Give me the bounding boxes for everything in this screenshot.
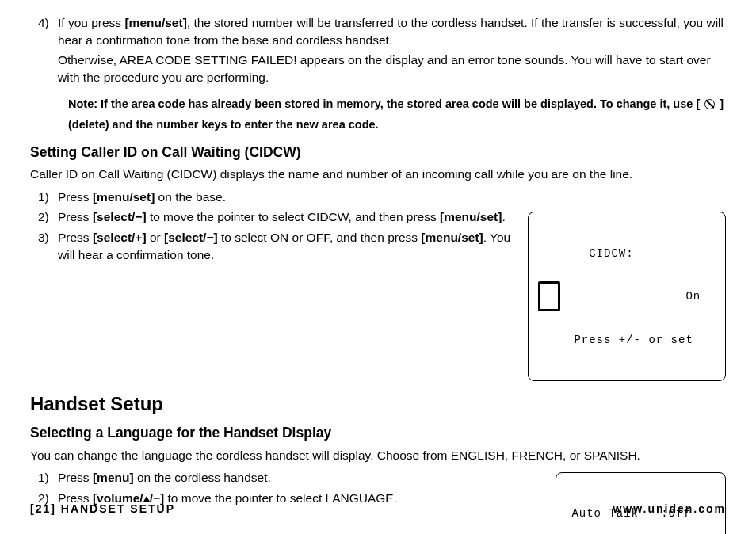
text: or — [147, 231, 164, 244]
step-body: If you press [menu/set], the stored numb… — [58, 14, 726, 87]
heading-handset-setup: Handset Setup — [30, 391, 726, 418]
cidcw-step-3: 3) Press [select/+] or [select/−] to sel… — [38, 229, 518, 265]
cidcw-step-1: 1) Press [menu/set] on the base. — [38, 189, 726, 206]
text: on the base. — [155, 190, 226, 204]
text: If you press — [58, 16, 124, 29]
menu-set-key: [menu/set] — [93, 190, 155, 204]
lcd-cidcw: CIDCW: On Press +/- or set — [528, 212, 726, 381]
step-number: 3) — [38, 229, 58, 265]
menu-set-key: [menu/set] — [124, 16, 186, 29]
note-text: If the area code has already been stored… — [101, 97, 703, 110]
cidcw-intro: Caller ID on Call Waiting (CIDCW) displa… — [30, 166, 726, 183]
step-number: 2) — [38, 208, 58, 226]
lcd-digit-icon — [538, 281, 560, 311]
note-block: Note: If the area code has already been … — [68, 93, 726, 135]
lcd-line: On — [567, 289, 717, 303]
text: to move the pointer to select CIDCW, and… — [147, 210, 440, 223]
step-number: 1) — [38, 469, 58, 486]
step-body: Press [menu] on the cordless handset. — [58, 469, 271, 486]
select-minus-key: [select/−] — [164, 231, 218, 244]
text: Press — [58, 210, 93, 223]
step-body: Press [menu/set] on the base. — [58, 189, 226, 206]
text: Press — [58, 471, 93, 484]
text: Otherwise, AREA CODE SETTING FAILED! app… — [58, 51, 726, 87]
menu-key: [menu] — [93, 471, 134, 484]
step-number: 1) — [38, 189, 58, 206]
language-intro: You can change the language the cordless… — [30, 447, 726, 464]
step-number: 4) — [38, 14, 58, 87]
footer-page-label: [21] HANDSET SETUP — [30, 501, 175, 517]
select-plus-key: [select/+] — [93, 231, 147, 244]
step-body: Press [select/−] to move the pointer to … — [58, 208, 506, 226]
text: Press — [58, 231, 93, 244]
footer-url: www.uniden.com — [613, 501, 726, 517]
text: on the cordless handset. — [134, 471, 271, 484]
step-4: 4) If you press [menu/set], the stored n… — [38, 14, 726, 87]
note-prefix: Note: — [68, 97, 101, 110]
lcd-line: CIDCW: — [567, 246, 717, 261]
select-minus-key: [select/−] — [93, 210, 147, 223]
lcd-line: Press +/- or set — [567, 333, 717, 347]
menu-set-key: [menu/set] — [440, 210, 502, 223]
menu-set-key: [menu/set] — [421, 231, 483, 244]
step-body: Press [select/+] or [select/−] to select… — [58, 229, 518, 265]
page-footer: [21] HANDSET SETUP www.uniden.com — [30, 501, 726, 517]
cidcw-step-2: 2) Press [select/−] to move the pointer … — [38, 208, 518, 226]
text: . — [502, 210, 505, 223]
text: Press — [58, 190, 93, 204]
delete-icon — [704, 99, 715, 109]
lang-step-1: 1) Press [menu] on the cordless handset. — [38, 469, 546, 486]
text: to select ON or OFF, and then press — [218, 231, 422, 244]
heading-language: Selecting a Language for the Handset Dis… — [30, 423, 726, 443]
heading-cidcw: Setting Caller ID on Call Waiting (CIDCW… — [30, 143, 726, 162]
